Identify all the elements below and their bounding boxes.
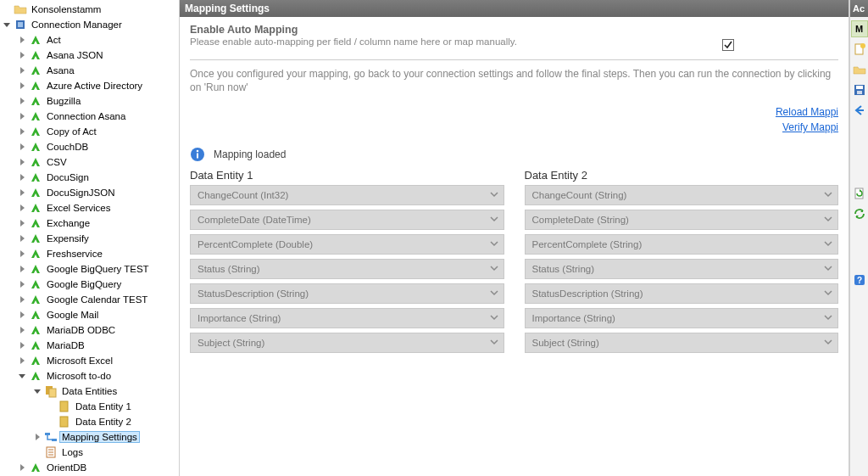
tree-connection-item[interactable]: Microsoft to-do	[0, 368, 179, 384]
expander-right-icon[interactable]	[17, 111, 27, 121]
svg-rect-1	[18, 22, 23, 27]
expander-right-icon[interactable]	[17, 340, 27, 350]
reload-mappings-link[interactable]: Reload Mappi	[190, 104, 838, 120]
field-mapping-select[interactable]: ChangeCount (String)	[525, 185, 839, 205]
tree-data-entity-2[interactable]: Data Entity 2	[0, 414, 179, 429]
tree-connection-item[interactable]: CouchDB	[0, 139, 179, 154]
svg-rect-6	[45, 433, 50, 435]
expander-right-icon[interactable]	[17, 356, 27, 366]
expander-right-icon[interactable]	[17, 218, 27, 228]
new-icon[interactable]	[851, 41, 868, 58]
tree-label: DocuSignJSON	[45, 188, 117, 198]
expander-down-icon[interactable]	[32, 386, 42, 396]
tree-data-entity-1[interactable]: Data Entity 1	[0, 399, 179, 414]
chevron-down-icon	[490, 338, 498, 348]
tree-connection-item[interactable]: Expensify	[0, 231, 179, 246]
help-icon[interactable]: ?	[851, 272, 868, 288]
connection-icon	[29, 201, 42, 215]
connection-icon	[29, 155, 42, 169]
svg-rect-16	[857, 91, 862, 94]
field-mapping-select[interactable]: PercentComplete (String)	[525, 234, 839, 255]
chevron-down-icon	[490, 264, 498, 274]
expander-right-icon[interactable]	[17, 249, 27, 259]
tree-connection-item[interactable]: Copy of Act	[0, 124, 179, 139]
back-icon[interactable]	[851, 102, 868, 119]
expander-right-icon[interactable]	[17, 81, 27, 91]
mapping-hint: Once you configured your mapping, go bac…	[190, 67, 838, 94]
expander-right-icon[interactable]	[17, 279, 27, 289]
expander-right-icon[interactable]	[17, 65, 27, 76]
tree-connection-item[interactable]: Google Mail	[0, 307, 179, 322]
expander-right-icon[interactable]	[17, 294, 27, 305]
expander-right-icon[interactable]	[17, 188, 27, 198]
tree-connection-item[interactable]: Azure Active Directory	[0, 78, 179, 93]
refresh-page-icon[interactable]	[851, 185, 868, 202]
field-mapping-select[interactable]: StatusDescription (String)	[525, 283, 839, 304]
tree-connection-item[interactable]: Freshservice	[0, 246, 179, 261]
tree-connection-item[interactable]: Asana JSON	[0, 48, 179, 63]
verify-mappings-link[interactable]: Verify Mappi	[190, 120, 838, 135]
field-mapping-select[interactable]: Status (String)	[190, 259, 504, 279]
tree-connection-item[interactable]: Microsoft Excel	[0, 353, 179, 368]
field-mapping-value: ChangeCount (Int32)	[198, 190, 288, 200]
tree-connection-item[interactable]: Act	[0, 32, 179, 48]
expander-right-icon[interactable]	[17, 233, 27, 244]
field-mapping-select[interactable]: Subject (String)	[190, 333, 504, 353]
refresh-icon[interactable]	[851, 205, 868, 222]
expander-right-icon[interactable]	[17, 142, 27, 152]
tree-label: Data Entities	[60, 386, 119, 396]
field-mapping-select[interactable]: ChangeCount (Int32)	[190, 185, 504, 205]
field-mapping-select[interactable]: StatusDescription (String)	[190, 283, 504, 304]
expander-right-icon[interactable]	[17, 325, 27, 335]
expander-right-icon[interactable]	[32, 432, 42, 442]
tree-connection-item[interactable]: Exchange	[0, 216, 179, 231]
open-icon[interactable]	[851, 61, 868, 78]
expander-right-icon[interactable]	[17, 96, 27, 106]
tree-mapping-settings[interactable]: Mapping Settings	[0, 429, 179, 445]
expander-right-icon[interactable]	[17, 264, 27, 274]
tree-connection-item[interactable]: Google BigQuery	[0, 277, 179, 292]
field-mapping-select[interactable]: PercentComplete (Double)	[190, 234, 504, 255]
tree-connection-item[interactable]: DocuSign	[0, 170, 179, 185]
expander-right-icon[interactable]	[17, 462, 27, 473]
tree-connection-item[interactable]: Google Calendar TEST	[0, 292, 179, 307]
tree-connection-item[interactable]: DocuSignJSON	[0, 185, 179, 200]
expander-right-icon[interactable]	[17, 35, 27, 45]
expander-right-icon[interactable]	[17, 50, 27, 60]
field-mapping-select[interactable]: CompleteDate (String)	[525, 210, 839, 230]
tree-data-entities[interactable]: Data Entities	[0, 384, 179, 399]
tree-connection-manager[interactable]: Connection Manager	[0, 17, 179, 32]
separator	[190, 59, 838, 60]
expander-down-icon[interactable]	[17, 371, 27, 381]
tree-connection-item[interactable]: OrientDB	[0, 460, 179, 475]
tree-label: Azure Active Directory	[45, 81, 144, 91]
tree-connection-item[interactable]: CSV	[0, 154, 179, 170]
tree-connection-item[interactable]: Connection Asana	[0, 109, 179, 124]
tree-connection-item[interactable]: Excel Services	[0, 200, 179, 216]
field-mapping-select[interactable]: CompleteDate (DateTime)	[190, 210, 504, 230]
expander-down-icon[interactable]	[2, 20, 12, 30]
tree-logs[interactable]: Logs	[0, 445, 179, 460]
expander-right-icon[interactable]	[17, 203, 27, 213]
expander-right-icon[interactable]	[17, 172, 27, 182]
expander-right-icon[interactable]	[17, 126, 27, 137]
tree-root[interactable]: Konsolenstamm	[0, 2, 179, 17]
field-mapping-select[interactable]: Status (String)	[525, 259, 839, 279]
enable-auto-mapping-checkbox[interactable]	[722, 39, 734, 51]
tree-connection-item[interactable]: Asana	[0, 63, 179, 78]
tree-connection-item[interactable]: Bugzilla	[0, 93, 179, 109]
right-tab[interactable]: M	[851, 20, 868, 37]
tree-label: Google BigQuery	[45, 279, 123, 289]
field-mapping-select[interactable]: Importance (String)	[190, 308, 504, 328]
field-mapping-select[interactable]: Importance (String)	[525, 308, 839, 328]
save-icon[interactable]	[851, 81, 868, 98]
data-entity-icon	[58, 400, 71, 413]
expander-right-icon[interactable]	[17, 157, 27, 167]
expander-right-icon[interactable]	[17, 310, 27, 320]
connection-icon	[29, 232, 42, 245]
field-mapping-select[interactable]: Subject (String)	[525, 333, 839, 353]
tree-connection-item[interactable]: Google BigQuery TEST	[0, 261, 179, 277]
tree-label: MariaDB ODBC	[45, 325, 117, 335]
tree-connection-item[interactable]: MariaDB ODBC	[0, 322, 179, 338]
tree-connection-item[interactable]: MariaDB	[0, 338, 179, 353]
